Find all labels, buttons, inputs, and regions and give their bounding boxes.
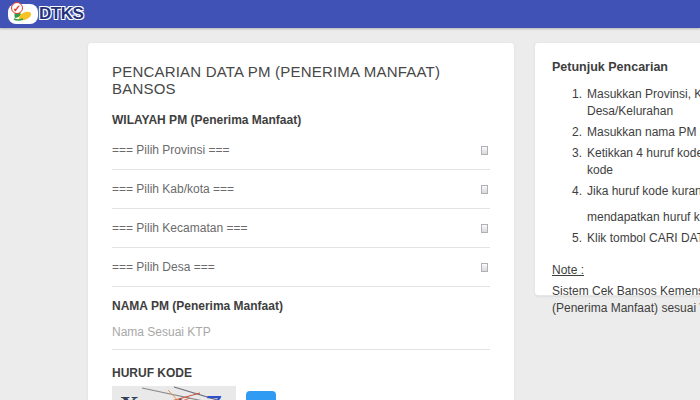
dtks-logo[interactable]: DTKS ✓ — [8, 4, 83, 24]
select-kabkota[interactable]: === Pilih Kab/kota === — [112, 170, 490, 209]
instruction-step: 2. Masukkan nama PM (Penerima Manfaat) s… — [564, 124, 700, 141]
select-kabkota-value: === Pilih Kab/kota === — [112, 182, 234, 196]
search-form-card: PENCARIAN DATA PM (PENERIMA MANFAAT) BAN… — [87, 42, 515, 400]
select-desa[interactable]: === Pilih Desa === — [112, 248, 490, 287]
nama-pm-input[interactable] — [112, 317, 490, 350]
select-provinsi[interactable]: === Pilih Provinsi === — [112, 131, 490, 170]
instruction-step: 5. Klik tombol CARI DATA — [564, 230, 700, 247]
note-text: (Penerima Manfaat) sesuai Wilayah yang d… — [552, 300, 700, 317]
select-kecamatan-value: === Pilih Kecamatan === — [112, 221, 247, 235]
captcha-image: X e t 7 — [112, 386, 236, 400]
instruction-step: 1. Masukkan Provinsi, Kabupaten/Kota, Ke… — [564, 86, 700, 120]
captcha-char: X — [120, 391, 139, 400]
instructions-card: Petunjuk Pencarian 1. Masukkan Provinsi,… — [534, 42, 700, 296]
page-title: PENCARIAN DATA PM (PENERIMA MANFAAT) BAN… — [112, 63, 490, 97]
instructions-title: Petunjuk Pencarian — [552, 60, 700, 74]
select-provinsi-value: === Pilih Provinsi === — [112, 143, 229, 157]
wilayah-label: WILAYAH PM (Penerima Manfaat) — [112, 113, 490, 127]
captcha-char: e — [146, 389, 163, 400]
note-block: Note : Sistem Cek Bansos Kemensos akan m… — [552, 263, 700, 317]
nama-pm-label: NAMA PM (Penerima Manfaat) — [112, 299, 490, 313]
dropdown-glyph-icon — [481, 224, 488, 233]
note-text: Sistem Cek Bansos Kemensos akan menampil… — [552, 283, 700, 300]
captcha-refresh-button[interactable] — [246, 391, 276, 400]
red-check-icon: ✓ — [11, 2, 23, 14]
dropdown-glyph-icon — [481, 185, 488, 194]
instructions-list: 1. Masukkan Provinsi, Kabupaten/Kota, Ke… — [552, 86, 700, 247]
select-kecamatan[interactable]: === Pilih Kecamatan === — [112, 209, 490, 248]
instruction-step: 3. Ketikkan 4 huruf kode yang tertera da… — [564, 145, 700, 179]
select-desa-value: === Pilih Desa === — [112, 260, 215, 274]
dtks-logo-text: DTKS — [39, 4, 83, 24]
huruf-kode-label: HURUF KODE — [112, 366, 490, 380]
note-label: Note : — [552, 263, 700, 277]
dropdown-glyph-icon — [481, 263, 488, 272]
instruction-step: 4. Jika huruf kode kurang jelas, klik ic… — [564, 183, 700, 226]
captcha-char: 7 — [204, 390, 222, 400]
app-header: DTKS ✓ — [0, 0, 700, 28]
dropdown-glyph-icon — [481, 146, 488, 155]
